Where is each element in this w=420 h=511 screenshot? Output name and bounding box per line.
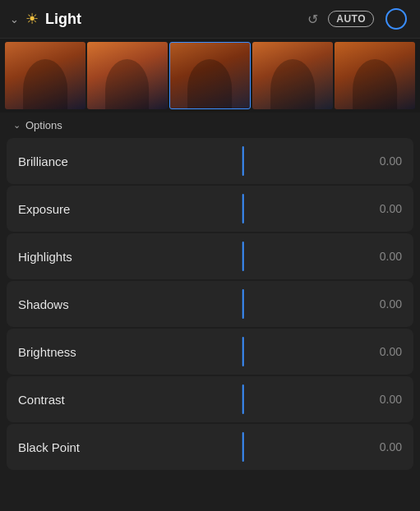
slider-row[interactable]: Brilliance0.00: [7, 138, 413, 184]
thumbnail-item[interactable]: [252, 42, 333, 109]
slider-value: 0.00: [361, 297, 402, 311]
slider-track[interactable]: [125, 376, 361, 422]
options-label: Options: [25, 119, 62, 131]
slider-value: 0.00: [361, 440, 402, 453]
slider-value: 0.00: [361, 154, 402, 168]
options-chevron-icon: ⌄: [13, 120, 21, 131]
slider-label: Shadows: [18, 297, 125, 311]
light-panel: ⌄ ☀ Light ↺ AUTO ⌄ Options Brilliance0.0…: [0, 0, 420, 511]
slider-track[interactable]: [125, 424, 361, 470]
undo-icon[interactable]: ↺: [307, 12, 318, 27]
thumbnail-item[interactable]: [87, 42, 168, 109]
slider-center-line-icon: [242, 432, 244, 462]
slider-center-line-icon: [242, 337, 244, 366]
slider-value: 0.00: [361, 250, 402, 263]
section-header: ⌄ ☀ Light ↺ AUTO: [0, 0, 420, 39]
slider-value: 0.00: [361, 345, 402, 358]
slider-center-line-icon: [242, 242, 244, 271]
slider-label: Exposure: [18, 202, 125, 216]
slider-track[interactable]: [125, 138, 361, 184]
slider-center-line-icon: [242, 384, 244, 414]
slider-track[interactable]: [125, 281, 361, 327]
collapse-chevron-icon[interactable]: ⌄: [10, 13, 19, 25]
thumbnail-item[interactable]: [335, 42, 415, 109]
slider-center-line-icon: [242, 194, 244, 223]
section-title: Light: [45, 11, 301, 28]
sliders-container: Brilliance0.00Exposure0.00Highlights0.00…: [0, 138, 420, 511]
slider-center-line-icon: [242, 146, 244, 176]
slider-row[interactable]: Exposure0.00: [7, 186, 413, 232]
slider-label: Black Point: [18, 440, 125, 454]
thumbnail-item[interactable]: [169, 42, 252, 109]
light-sun-icon: ☀: [25, 10, 39, 28]
auto-button[interactable]: AUTO: [328, 11, 374, 27]
slider-value: 0.00: [361, 393, 402, 406]
slider-row[interactable]: Black Point0.00: [7, 424, 413, 470]
slider-row[interactable]: Brightness0.00: [7, 329, 413, 375]
slider-value: 0.00: [361, 202, 402, 215]
slider-label: Brilliance: [18, 154, 125, 168]
slider-label: Highlights: [18, 250, 125, 264]
slider-center-line-icon: [242, 289, 244, 319]
slider-label: Contrast: [18, 393, 125, 407]
slider-row[interactable]: Shadows0.00: [7, 281, 413, 327]
thumbnail-item[interactable]: [5, 42, 85, 109]
thumbnail-strip: [0, 39, 420, 113]
slider-row[interactable]: Highlights0.00: [7, 233, 413, 279]
slider-track[interactable]: [125, 233, 361, 279]
slider-row[interactable]: Contrast0.00: [7, 376, 413, 422]
options-header[interactable]: ⌄ Options: [0, 113, 420, 138]
slider-track[interactable]: [125, 329, 361, 375]
slider-track[interactable]: [125, 186, 361, 232]
slider-label: Brightness: [18, 345, 125, 359]
circle-toggle-icon[interactable]: [385, 8, 407, 30]
